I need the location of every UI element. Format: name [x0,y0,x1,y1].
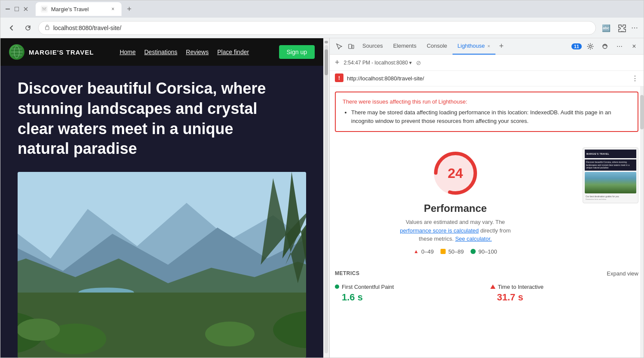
title-bar: Margie's Travel × + [0,0,644,18]
tab-favicon [41,6,48,12]
svg-point-27 [589,45,592,47]
security-warning-icon: ! [335,73,343,84]
address-text: localhost:8080/travel-site/ [53,24,122,31]
fcp-status-icon [335,285,339,289]
metrics-section: METRICS Expand view First Contentful Pai… [335,263,638,310]
profile-area: 🔤 ⋯ [600,22,638,34]
thumb-logo-text: MARGIE'S TRAVEL [586,153,609,155]
tab-elements[interactable]: Elements [388,38,422,55]
page-scrollbar[interactable] [323,38,329,358]
thumb-image [585,172,636,193]
svg-rect-26 [352,45,354,49]
devtools-tabs-right: 11 ⋯ × [571,40,640,52]
expand-view-button[interactable]: Expand view [607,270,638,277]
main-area: MARGIE'S TRAVEL Home Destinations Review… [0,38,644,358]
svg-text:!: ! [338,75,340,81]
warning-list: There may be stored data affecting loadi… [343,108,631,125]
nav-links: Home Destinations Reviews Place finder [120,49,249,55]
new-audit-button[interactable]: + [335,58,340,67]
svg-rect-5 [46,27,49,30]
webpage-content: MARGIE'S TRAVEL Home Destinations Review… [0,38,323,358]
active-tab[interactable]: Margie's Travel × [36,2,122,16]
lighthouse-tab-close[interactable]: × [487,43,490,49]
performance-score: 24 [448,165,463,181]
warning-item: There may be stored data affecting loadi… [351,108,631,125]
webpage-nav: MARGIE'S TRAVEL Home Destinations Review… [0,38,323,66]
svg-point-23 [18,318,60,341]
devtools-connection[interactable] [599,40,611,52]
devtools-scrollbar[interactable] [640,86,644,358]
scrollbar-track [325,45,328,353]
performance-title: Performance [424,202,487,214]
scrollbar-thumb[interactable] [325,49,328,75]
back-button[interactable] [6,22,18,34]
clear-button[interactable]: ⊘ [416,59,421,66]
devtools-tabs: Sources Elements Console Lighthouse × + … [330,38,644,55]
devtools-more[interactable]: ⋯ [614,40,626,52]
devtools-url-bar: ! http://localhost:8080/travel-site/ ⋮ [330,71,644,86]
close-button[interactable] [23,6,29,12]
url-more-button[interactable]: ⋮ [632,74,638,83]
score-ring: 24 [430,147,481,199]
lock-icon [45,24,50,31]
perf-score-link[interactable]: performance score is calculated [400,227,479,234]
svg-text:🔤: 🔤 [602,24,611,32]
new-tab-button[interactable]: + [123,3,135,15]
thumb-footer: Our best destination guides for you Dest… [585,193,636,201]
screenshot-thumbnail: MARGIE'S TRAVEL Discover beautiful Corsi… [583,147,638,203]
nav-home[interactable]: Home [120,49,136,55]
tab-bar: Margie's Travel × + [36,2,639,16]
add-tab-button[interactable]: + [495,40,507,52]
performance-description: Values are estimated and may vary. The p… [395,218,516,243]
performance-score-area: 24 Performance Values are estimated and … [335,147,576,255]
tab-close-button[interactable]: × [109,6,116,12]
logo-text: MARGIE'S TRAVEL [29,49,94,56]
tti-label: Time to Interactive [490,284,639,290]
legend-orange-icon [440,249,446,254]
fcp-label: First Contentful Paint [335,284,483,290]
svg-rect-1 [15,7,19,11]
warning-title: There were issues affecting this run of … [343,98,631,105]
notification-badge: 11 [571,43,582,49]
tab-title: Margie's Travel [51,6,106,12]
address-bar: localhost:8080/travel-site/ 🔤 ⋯ [0,18,644,38]
more-options-button[interactable]: ⋯ [631,24,638,32]
legend-green-icon [471,249,476,254]
svg-rect-25 [349,44,352,49]
audit-time: 2:54:47 PM - localhost:8080 ▾ [344,60,412,66]
minimize-button[interactable] [5,6,11,12]
devtools-close[interactable]: × [628,40,640,52]
restore-button[interactable] [14,7,19,11]
devtools-toolbar: + 2:54:47 PM - localhost:8080 ▾ ⊘ [330,55,644,71]
nav-place-finder[interactable]: Place finder [217,49,249,55]
metrics-grid: First Contentful Paint 1.6 s Time to Int… [335,284,638,303]
address-input[interactable]: localhost:8080/travel-site/ [38,21,596,35]
performance-section: 24 Performance Values are estimated and … [335,139,638,263]
reload-button[interactable] [22,22,34,34]
tti-value: 31.7 s [490,292,639,303]
profile-button[interactable]: 🔤 [600,22,612,34]
signup-button[interactable]: Sign up [279,45,315,59]
devtools-settings[interactable] [584,40,596,52]
extensions-button[interactable] [616,22,628,34]
legend-orange-range: 50–89 [440,248,464,255]
fcp-value: 1.6 s [335,292,483,303]
metrics-title: METRICS [335,270,360,276]
tab-lighthouse[interactable]: Lighthouse × [453,38,495,55]
devtools-content[interactable]: There were issues affecting this run of … [330,86,644,358]
nav-reviews[interactable]: Reviews [186,49,209,55]
devtools-device-toggle[interactable] [345,40,357,52]
devtools-select-element[interactable] [333,40,345,52]
calculator-link[interactable]: See calculator. [455,236,492,242]
svg-point-24 [205,322,255,347]
devtools-panel: Sources Elements Console Lighthouse × + … [329,38,644,358]
browser-window: Margie's Travel × + localhost:8080/trave… [0,0,644,358]
window-controls [5,6,29,12]
tab-console[interactable]: Console [422,38,453,55]
fcp-metric: First Contentful Paint 1.6 s [335,284,483,303]
logo-globe [9,44,24,60]
nav-destinations[interactable]: Destinations [144,49,177,55]
tti-metric: Time to Interactive 31.7 s [490,284,639,303]
devtools-scroll-thumb[interactable] [640,95,644,129]
tab-sources[interactable]: Sources [357,38,388,55]
